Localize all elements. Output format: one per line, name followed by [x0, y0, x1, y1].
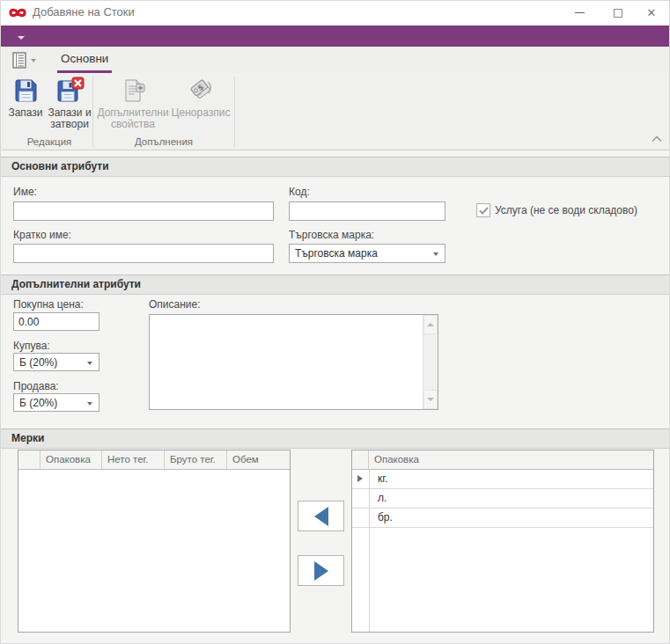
- description-textarea[interactable]: [150, 315, 423, 409]
- quick-access-dropdown-button[interactable]: [16, 33, 30, 42]
- available-table-body[interactable]: кг. л. бр.: [352, 470, 653, 632]
- sells-select[interactable]: Б (20%): [13, 393, 99, 412]
- app-logo-icon: [8, 6, 27, 19]
- maximize-icon: [614, 9, 622, 18]
- add-goods-window: Добавяне на Стоки ✕ Основни: [0, 0, 670, 644]
- save-and-close-button[interactable]: Запази и затвори: [45, 77, 94, 133]
- name-input[interactable]: [13, 201, 274, 221]
- name-label: Име:: [13, 186, 37, 198]
- price-list-button[interactable]: $ Ценоразпис: [170, 77, 232, 133]
- description-scrollbar[interactable]: [423, 315, 438, 409]
- service-checkbox-field: Услуга (не се води складово): [476, 203, 637, 217]
- arrow-right-icon: [314, 561, 328, 581]
- description-label: Описание:: [149, 298, 201, 311]
- triangle-up-icon: [427, 323, 434, 326]
- chevron-down-icon: [31, 59, 36, 62]
- document-list-icon: [12, 52, 27, 69]
- chevron-up-icon: [652, 135, 662, 143]
- sells-label: Продава:: [13, 380, 59, 392]
- brand-select-value: Търговска марка: [295, 247, 378, 260]
- package-cell: бр.: [369, 509, 653, 527]
- service-checkbox[interactable]: [476, 203, 490, 217]
- table-row[interactable]: бр.: [352, 509, 653, 528]
- column-header-volume[interactable]: Обем: [227, 450, 290, 469]
- maximize-button[interactable]: [604, 1, 632, 25]
- available-measures-table[interactable]: Опаковка кг. л. бр.: [351, 450, 654, 633]
- buys-select[interactable]: Б (20%): [13, 353, 99, 371]
- floppy-disk-icon: [11, 77, 40, 105]
- chevron-down-icon: [433, 252, 438, 256]
- column-header-selector[interactable]: [18, 450, 40, 469]
- scroll-down-button[interactable]: [423, 390, 438, 409]
- brand-label: Търговска марка:: [289, 229, 374, 241]
- arrow-left-icon: [314, 507, 328, 526]
- buys-label: Купува:: [13, 340, 50, 352]
- row-selector-cell: [352, 509, 369, 527]
- save-button-label: Запази: [8, 107, 42, 119]
- titlebar: Добавяне на Стоки ✕: [1, 1, 669, 25]
- row-indicator-icon: [357, 475, 363, 482]
- section-additional-attributes-header: Допълнителни атрибути: [1, 274, 669, 295]
- row-selector-cell: [352, 489, 369, 508]
- tab-label: Основни: [61, 52, 108, 65]
- close-icon: ✕: [647, 7, 657, 18]
- available-table-header: Опаковка: [352, 450, 653, 470]
- minimize-icon: [575, 12, 585, 13]
- code-label: Код:: [289, 186, 310, 198]
- description-field: [149, 314, 438, 410]
- minimize-button[interactable]: [565, 1, 593, 25]
- package-cell: кг.: [369, 470, 653, 488]
- ribbon-group-edit-label: Редакция: [6, 136, 92, 147]
- short-name-label: Кратко име:: [13, 229, 71, 241]
- section-basic-attributes-header: Основни атрибути: [1, 157, 669, 177]
- ribbon: Запази Запази и затвори: [1, 73, 669, 150]
- column-header-gross-weight[interactable]: Бруто тег.: [165, 450, 227, 469]
- chevron-down-icon: [18, 36, 25, 40]
- table-row[interactable]: кг.: [352, 470, 653, 489]
- column-header-package[interactable]: Опаковка: [369, 450, 653, 469]
- package-cell: л.: [369, 489, 653, 508]
- quick-access-bar: [1, 26, 669, 47]
- ribbon-group-additions-label: Допълнения: [94, 136, 233, 147]
- selector-column-divider: [369, 470, 370, 632]
- column-header-net-weight[interactable]: Нето тег.: [102, 450, 165, 469]
- ribbon-group-separator: [234, 77, 235, 147]
- scroll-up-button[interactable]: [423, 315, 438, 334]
- additional-properties-label: Допълнителни свойства: [97, 107, 168, 130]
- column-header-selector[interactable]: [352, 450, 369, 469]
- short-name-input[interactable]: [13, 244, 274, 263]
- assigned-table-header: Опаковка Нето тег. Бруто тег. Обем: [18, 450, 290, 470]
- ribbon-group-separator: [92, 77, 93, 147]
- application-menu-button[interactable]: [12, 50, 44, 70]
- chevron-down-icon: [87, 402, 92, 406]
- close-button[interactable]: ✕: [637, 1, 666, 25]
- code-input[interactable]: [289, 201, 445, 221]
- triangle-down-icon: [427, 398, 434, 401]
- ribbon-tab-row: Основни: [1, 47, 669, 73]
- document-plus-icon: [119, 77, 147, 105]
- purchase-price-input[interactable]: [13, 312, 99, 331]
- price-list-label: Ценоразпис: [172, 107, 231, 119]
- chevron-down-icon: [87, 362, 92, 365]
- table-row[interactable]: л.: [352, 489, 653, 509]
- purchase-price-label: Покупна цена:: [13, 298, 84, 311]
- collapse-ribbon-button[interactable]: [650, 134, 664, 144]
- row-selector-cell: [352, 470, 369, 488]
- brand-select[interactable]: Търговска марка: [289, 244, 445, 263]
- window-title: Добавяне на Стоки: [33, 5, 135, 18]
- buys-select-value: Б (20%): [19, 356, 57, 369]
- price-tags-icon: $: [186, 77, 216, 105]
- move-right-button[interactable]: [298, 555, 344, 586]
- save-button[interactable]: Запази: [6, 77, 45, 133]
- assigned-measures-table[interactable]: Опаковка Нето тег. Бруто тег. Обем: [18, 450, 291, 633]
- move-left-button[interactable]: [298, 501, 344, 531]
- column-header-package[interactable]: Опаковка: [40, 450, 102, 469]
- additional-properties-button[interactable]: Допълнителни свойства: [98, 77, 168, 133]
- save-and-close-button-label: Запази и затвори: [45, 107, 94, 130]
- floppy-disk-close-icon: [55, 77, 85, 105]
- check-icon: [479, 207, 489, 215]
- service-checkbox-label: Услуга (не се води складово): [495, 204, 637, 216]
- sells-select-value: Б (20%): [19, 397, 57, 409]
- tab-osnovni[interactable]: Основни: [57, 47, 112, 73]
- section-measures-header: Мерки: [1, 428, 669, 449]
